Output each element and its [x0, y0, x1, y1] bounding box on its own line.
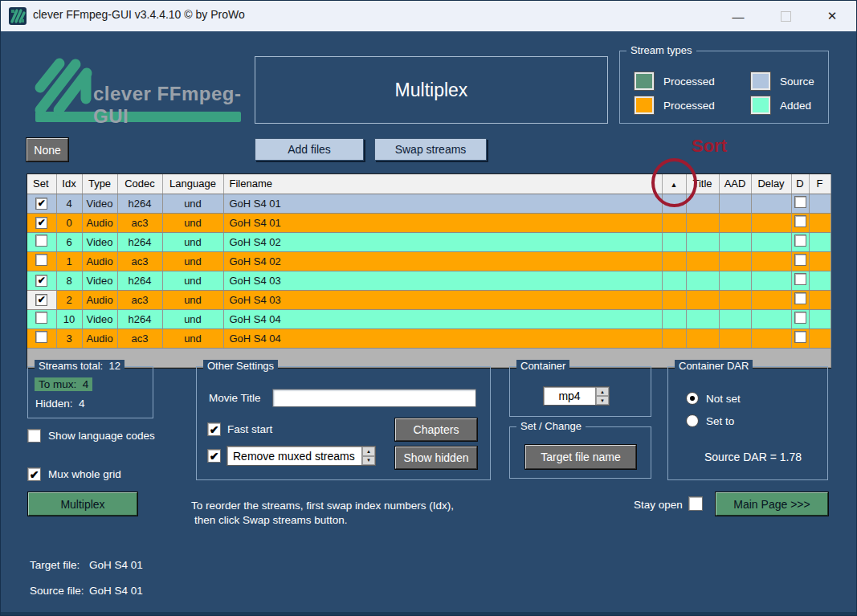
movie-title-input[interactable] — [272, 389, 476, 407]
target-file-name-button[interactable]: Target file name — [525, 445, 636, 469]
movie-title-label: Movie Title — [209, 392, 261, 404]
filename-cell: GoH S4 01 — [223, 213, 662, 232]
stay-open-label: Stay open — [634, 499, 683, 511]
d-cell — [791, 309, 809, 328]
set-checkbox[interactable] — [35, 312, 47, 324]
fast-start-checkbox[interactable] — [207, 422, 221, 436]
language-cell: und — [162, 309, 223, 328]
add-files-button[interactable]: Add files — [255, 138, 364, 161]
set-cell — [27, 232, 56, 251]
show-hidden-button-label: Show hidden — [404, 451, 469, 464]
maximize-button[interactable] — [767, 1, 804, 31]
idx-cell: 1 — [56, 251, 82, 271]
table-row: 8 Video h264 und GoH S4 03 — [27, 271, 830, 290]
not-set-label: Not set — [706, 393, 741, 405]
col-header-d[interactable]: D — [791, 174, 809, 194]
delay-cell — [751, 309, 791, 328]
aad-cell — [719, 213, 751, 232]
filename-cell: GoH S4 04 — [223, 328, 662, 348]
not-set-radio[interactable] — [686, 392, 699, 405]
set-checkbox[interactable] — [35, 217, 47, 229]
chapters-button[interactable]: Chapters — [395, 418, 477, 441]
col-header-codec[interactable]: Codec — [117, 174, 162, 194]
set-checkbox[interactable] — [35, 331, 47, 343]
to-mux-line: To mux: 4 — [35, 378, 92, 390]
type-cell: Audio — [82, 213, 117, 232]
spin-down-icon[interactable]: ▼ — [596, 396, 609, 405]
language-cell: und — [162, 328, 223, 348]
none-button[interactable]: None — [27, 138, 68, 161]
table-row: 10 Video h264 und GoH S4 04 — [27, 309, 830, 328]
set-checkbox[interactable] — [35, 275, 47, 287]
col-header-f[interactable]: F — [809, 174, 830, 194]
set-checkbox[interactable] — [35, 254, 47, 266]
add-files-label: Add files — [288, 143, 331, 156]
set-checkbox[interactable] — [35, 294, 47, 306]
hidden-value: 4 — [79, 398, 85, 410]
spinner-buttons[interactable]: ▲ ▼ — [361, 447, 375, 465]
set-checkbox[interactable] — [35, 198, 47, 210]
idx-cell: 6 — [56, 232, 82, 251]
col-header-aad[interactable]: AAD — [719, 174, 751, 194]
container-box: Container mp4 ▲ ▼ — [509, 366, 651, 417]
f-cell — [809, 309, 830, 328]
stream-types-legend: Stream types Processed Source Processed … — [619, 51, 829, 124]
spinner-buttons[interactable]: ▲ ▼ — [595, 387, 609, 405]
remove-muxed-checkbox[interactable] — [207, 449, 221, 463]
window-bottom-edge — [1, 612, 856, 615]
remove-muxed-spinner[interactable]: Remove muxed streams ▲ ▼ — [226, 446, 376, 466]
codec-cell: ac3 — [117, 328, 162, 348]
table-row: 3 Audio ac3 und GoH S4 04 — [27, 328, 830, 348]
codec-cell: ac3 — [117, 251, 162, 271]
swap-streams-button[interactable]: Swap streams — [374, 138, 487, 161]
idx-cell: 4 — [56, 194, 82, 213]
multiplex-button[interactable]: Multiplex — [28, 492, 137, 516]
spin-down-icon[interactable]: ▼ — [362, 456, 375, 466]
mux-whole-grid-checkbox[interactable] — [27, 467, 41, 481]
d-checkbox[interactable] — [794, 292, 806, 304]
title-cell — [686, 251, 719, 271]
col-header-filename[interactable]: Filename — [223, 174, 662, 194]
d-checkbox[interactable] — [794, 235, 806, 247]
d-checkbox[interactable] — [794, 273, 806, 285]
legend-item-added: Added — [751, 93, 839, 117]
language-cell: und — [162, 194, 223, 213]
codec-cell: h264 — [117, 232, 162, 251]
title-cell — [686, 328, 719, 348]
legend-label: Added — [780, 100, 811, 112]
container-dar-title: Container DAR — [675, 360, 753, 372]
col-header-type[interactable]: Type — [82, 174, 117, 194]
to-mux-highlight: To mux: 4 — [35, 377, 92, 391]
spin-up-icon[interactable]: ▲ — [362, 447, 375, 456]
instructions-line1: To reorder the streams, first swap index… — [191, 500, 454, 512]
stay-open-checkbox[interactable] — [688, 496, 703, 511]
language-cell: und — [162, 290, 223, 309]
set-cell — [27, 309, 56, 328]
container-spinner[interactable]: mp4 ▲ ▼ — [543, 386, 610, 406]
type-cell: Audio — [82, 290, 117, 309]
to-mux-value: 4 — [83, 378, 89, 390]
close-button[interactable]: ✕ — [814, 1, 851, 31]
set-checkbox[interactable] — [35, 235, 47, 247]
d-checkbox[interactable] — [794, 215, 806, 227]
d-checkbox[interactable] — [794, 331, 806, 343]
table-row: 0 Audio ac3 und GoH S4 01 — [27, 213, 830, 232]
legend-label: Source — [780, 75, 814, 88]
minimize-button[interactable]: — — [720, 1, 757, 31]
col-header-set[interactable]: Set — [27, 174, 56, 194]
d-checkbox[interactable] — [794, 254, 806, 266]
col-header-language[interactable]: Language — [162, 174, 223, 194]
set-to-radio[interactable] — [686, 414, 699, 427]
col-header-delay[interactable]: Delay — [751, 174, 791, 194]
show-hidden-button[interactable]: Show hidden — [395, 447, 477, 469]
d-checkbox[interactable] — [794, 312, 806, 324]
legend-item-processed-green: Processed — [635, 69, 751, 93]
d-cell — [791, 213, 809, 232]
other-settings-title: Other Settings — [203, 360, 278, 372]
main-page-button[interactable]: Main Page >>> — [716, 492, 828, 516]
idx-cell: 10 — [56, 309, 82, 328]
spin-up-icon[interactable]: ▲ — [596, 387, 609, 396]
show-language-codes-checkbox[interactable] — [27, 429, 41, 443]
col-header-idx[interactable]: Idx — [56, 174, 82, 194]
d-checkbox[interactable] — [794, 196, 806, 208]
